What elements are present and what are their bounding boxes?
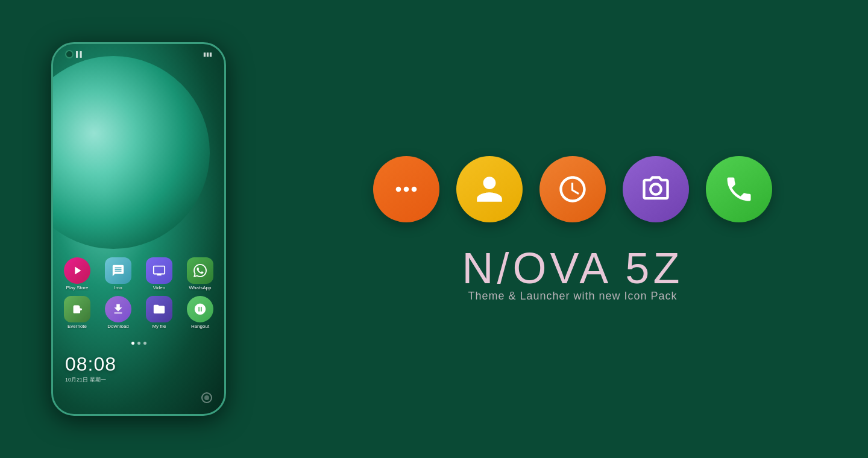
camera-icon[interactable] <box>623 156 689 222</box>
app-item-whatsapp[interactable]: WhatsApp <box>184 257 216 291</box>
myfile-icon[interactable] <box>146 296 172 322</box>
content-section: N/OVA 5Z Theme & Launcher with new Icon … <box>277 0 868 458</box>
svg-point-2 <box>412 186 417 192</box>
app-item-imo[interactable]: Imo <box>102 257 134 291</box>
video-label: Video <box>153 286 165 291</box>
clock-icon[interactable] <box>539 156 606 222</box>
app-grid: Play Store Imo <box>53 257 224 330</box>
app-row-2: Evernote Download <box>60 296 217 330</box>
hangout-icon[interactable] <box>187 296 213 322</box>
app-item-hangout[interactable]: Hangout <box>184 296 216 330</box>
evernote-label: Evernote <box>68 324 87 330</box>
clock-time: 08:08 <box>65 353 116 375</box>
phone-frame: ▌▌ ▮▮▮ Play Store <box>51 42 226 416</box>
contact-icon[interactable] <box>456 156 523 222</box>
svg-point-1 <box>404 186 409 192</box>
clock-date: 10月21日 星期一 <box>65 376 116 384</box>
myfile-label: My file <box>152 324 166 330</box>
app-item-evernote[interactable]: Evernote <box>61 296 93 330</box>
imo-icon[interactable] <box>105 257 131 284</box>
download-icon[interactable] <box>105 296 131 322</box>
dot-3 <box>143 342 146 345</box>
phone-screen: ▌▌ ▮▮▮ Play Store <box>53 44 224 414</box>
bottom-camera-icon <box>201 392 212 403</box>
status-bar: ▌▌ ▮▮▮ <box>65 50 212 58</box>
app-item-playstore[interactable]: Play Store <box>61 257 93 291</box>
phone-section: ▌▌ ▮▮▮ Play Store <box>0 0 277 458</box>
app-title: N/OVA 5Z <box>462 246 684 290</box>
app-row-1: Play Store Imo <box>60 257 217 291</box>
hangout-label: Hangout <box>191 324 209 330</box>
svg-point-0 <box>396 186 401 192</box>
phone-clock: 08:08 10月21日 星期一 <box>65 353 116 384</box>
battery-indicator: ▮▮▮ <box>203 51 212 57</box>
video-icon[interactable] <box>146 257 172 284</box>
camera-cutout <box>65 50 74 58</box>
imo-label: Imo <box>114 286 122 291</box>
whatsapp-label: WhatsApp <box>189 286 212 291</box>
app-item-video[interactable]: Video <box>143 257 175 291</box>
whatsapp-icon[interactable] <box>187 257 213 284</box>
phone-call-icon[interactable] <box>706 156 772 222</box>
message-icon[interactable] <box>373 156 439 222</box>
page-dots <box>53 342 224 345</box>
playstore-label: Play Store <box>66 286 89 291</box>
app-subtitle: Theme & Launcher with new Icon Pack <box>462 290 684 303</box>
app-icon-row <box>373 156 772 222</box>
evernote-icon[interactable] <box>64 296 90 322</box>
status-bar-left: ▌▌ <box>65 50 84 58</box>
branding-title-section: N/OVA 5Z Theme & Launcher with new Icon … <box>462 246 684 303</box>
app-item-download[interactable]: Download <box>102 296 134 330</box>
download-label: Download <box>107 324 129 330</box>
dot-2 <box>137 342 140 345</box>
phone-blob <box>53 56 210 249</box>
signal-indicator: ▌▌ <box>76 51 84 57</box>
dot-1 <box>131 342 134 345</box>
playstore-icon[interactable] <box>64 257 90 284</box>
app-item-myfile[interactable]: My file <box>143 296 175 330</box>
